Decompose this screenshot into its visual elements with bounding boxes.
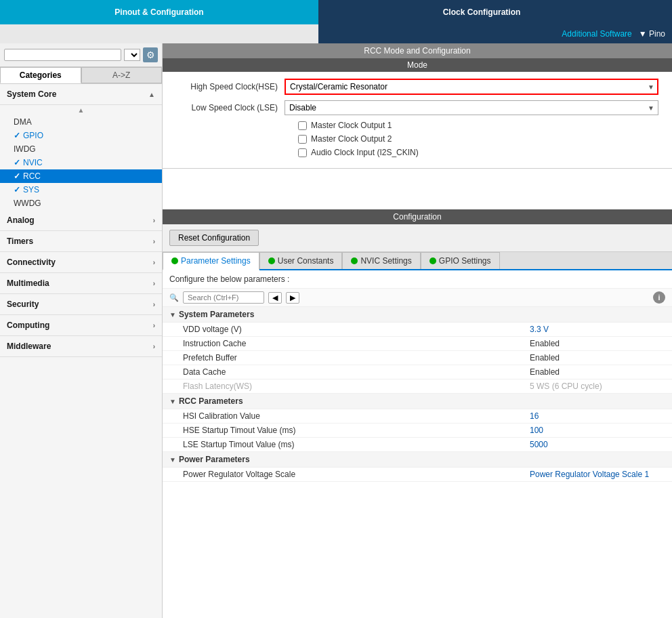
gpio-label: GPIO [23,131,43,140]
sidebar-tabs: Categories A->Z [0,67,162,84]
lse-select-wrapper: Disable Crystal/Ceramic Resonator BYPASS… [285,100,658,115]
gear-button[interactable]: ⚙ [143,47,158,62]
sidebar: ⚙ Categories A->Z System Core ▲ ▲ DMA [0,43,163,618]
prefetch-name: Prefetch Buffer [183,353,530,363]
tab-categories[interactable]: Categories [0,67,81,83]
config-bar: Configuration [163,209,672,224]
search-icon: 🔍 [169,293,179,302]
rcc-params-title: RCC Parameters [179,396,243,406]
info-button[interactable]: i [653,291,665,304]
multimedia-header[interactable]: Multimedia › [0,273,162,294]
flash-latency-name: Flash Latency(WS) [183,382,530,391]
analog-header[interactable]: Analog › [0,210,162,231]
power-regulator-value: Power Regulator Voltage Scale 1 [530,470,665,479]
gpio-settings-dot-icon [429,258,436,264]
audio-clock-checkbox[interactable] [298,148,307,157]
hse-row: High Speed Clock(HSE) Crystal/Ceramic Re… [176,79,658,95]
middleware-header[interactable]: Middleware › [0,336,162,357]
content-area: RCC Mode and Configuration Mode High Spe… [163,43,672,618]
hsi-cal-name: HSI Calibration Value [183,411,530,421]
section-multimedia: Multimedia › [0,273,162,294]
timers-header[interactable]: Timers › [0,231,162,252]
search-input[interactable] [4,49,121,61]
data-cache-name: Data Cache [183,367,530,377]
system-params-header[interactable]: ▼ System Parameters [163,307,672,323]
master-clock-1-checkbox[interactable] [298,121,307,130]
sidebar-up-arrow: ▲ [0,105,162,115]
search-dropdown[interactable] [124,49,140,61]
audio-clock-label: Audio Clock Input (I2S_CKIN) [311,148,419,157]
chevron-right-middleware-icon: › [153,343,155,350]
vdd-name: VDD voltage (V) [183,325,530,334]
sidebar-search-row: ⚙ [0,43,162,67]
sidebar-subitem-rcc[interactable]: ✓ RCC [0,169,162,183]
param-nav-next-button[interactable]: ▶ [286,292,299,304]
tab-parameter-settings[interactable]: Parameter Settings [163,252,259,270]
sidebar-subitem-iwdg[interactable]: IWDG [0,142,162,156]
sys-label: SYS [23,185,39,194]
data-cache-value: Enabled [530,367,665,377]
hse-startup-value: 100 [530,426,665,435]
tab-user-constants[interactable]: User Constants [259,252,343,269]
master-clock-2-label: Master Clock Output 2 [311,134,392,144]
additional-software-label: Additional Software [562,29,631,39]
system-core-header[interactable]: System Core ▲ [0,84,162,105]
section-security: Security › [0,294,162,315]
rcc-params-header[interactable]: ▼ RCC Parameters [163,394,672,409]
power-params-header[interactable]: ▼ Power Parameters [163,452,672,468]
tab-az[interactable]: A->Z [81,67,163,83]
power-params-title: Power Parameters [179,455,250,464]
param-search-row: 🔍 ◀ ▶ i [163,289,672,307]
lse-startup-value: 5000 [530,440,665,449]
section-computing: Computing › [0,315,162,336]
vdd-value: 3.3 V [530,325,665,334]
spacer-area [163,169,672,209]
sidebar-subitem-sys[interactable]: ✓ SYS [0,183,162,197]
section-analog: Analog › [0,210,162,231]
connectivity-header[interactable]: Connectivity › [0,252,162,273]
tab-nvic-settings[interactable]: NVIC Settings [342,252,420,269]
sidebar-subitem-dma[interactable]: DMA [0,115,162,129]
power-params-arrow-icon: ▼ [169,456,176,464]
master-clock-1-row: Master Clock Output 1 [176,121,658,130]
audio-clock-row: Audio Clock Input (I2S_CKIN) [176,148,658,157]
hse-select[interactable]: Crystal/Ceramic Resonator Disable BYPASS… [285,79,658,95]
reset-config-button[interactable]: Reset Configuration [169,230,259,246]
chevron-right-computing-icon: › [153,322,155,329]
clock-config-header: Clock Configuration [318,0,645,24]
nvic-label: NVIC [23,158,43,167]
gpio-check: ✓ [14,131,20,140]
sidebar-subitem-wwdg[interactable]: WWDG [0,197,162,210]
sub-header-right: Additional Software ▼ Pino [318,24,672,43]
pinout-config-title: Pinout & Configuration [114,7,203,17]
computing-header[interactable]: Computing › [0,315,162,336]
instruction-cache-value: Enabled [530,339,665,348]
sidebar-subitem-gpio[interactable]: ✓ GPIO [0,129,162,142]
lse-select[interactable]: Disable Crystal/Ceramic Resonator BYPASS… [285,100,658,115]
hse-label: High Speed Clock(HSE) [176,82,285,91]
param-row-hse-startup: HSE Startup Timout Value (ms) 100 [163,424,672,438]
tab-gpio-settings[interactable]: GPIO Settings [421,252,500,269]
param-nav-prev-button[interactable]: ◀ [268,292,282,304]
prefetch-value: Enabled [530,353,665,363]
sub-header: Additional Software ▼ Pino [0,24,672,43]
pinout-config-header: Pinout & Configuration [0,0,318,24]
master-clock-2-checkbox[interactable] [298,135,307,144]
chevron-up-icon: ▲ [148,91,155,98]
security-header[interactable]: Security › [0,294,162,315]
top-header: Pinout & Configuration Clock Configurati… [0,0,672,24]
section-system-core: System Core ▲ ▲ DMA ✓ GPIO IWDG ✓ NVIC ✓ [0,84,162,210]
param-row-prefetch: Prefetch Buffer Enabled [163,351,672,365]
rcc-params-arrow-icon: ▼ [169,398,176,405]
sidebar-subitem-nvic[interactable]: ✓ NVIC [0,156,162,169]
main-layout: ⚙ Categories A->Z System Core ▲ ▲ DMA [0,43,672,618]
nvic-settings-label: NVIC Settings [360,256,411,266]
gpio-settings-label: GPIO Settings [439,256,491,266]
hse-startup-name: HSE Startup Timout Value (ms) [183,426,530,435]
param-search-input[interactable] [183,291,264,304]
config-note: Configure the below parameters : [163,270,672,289]
wwdg-label: WWDG [14,199,41,208]
pino-label: ▼ Pino [639,29,665,39]
rcc-label: RCC [23,171,41,181]
system-params-title: System Parameters [179,310,254,319]
